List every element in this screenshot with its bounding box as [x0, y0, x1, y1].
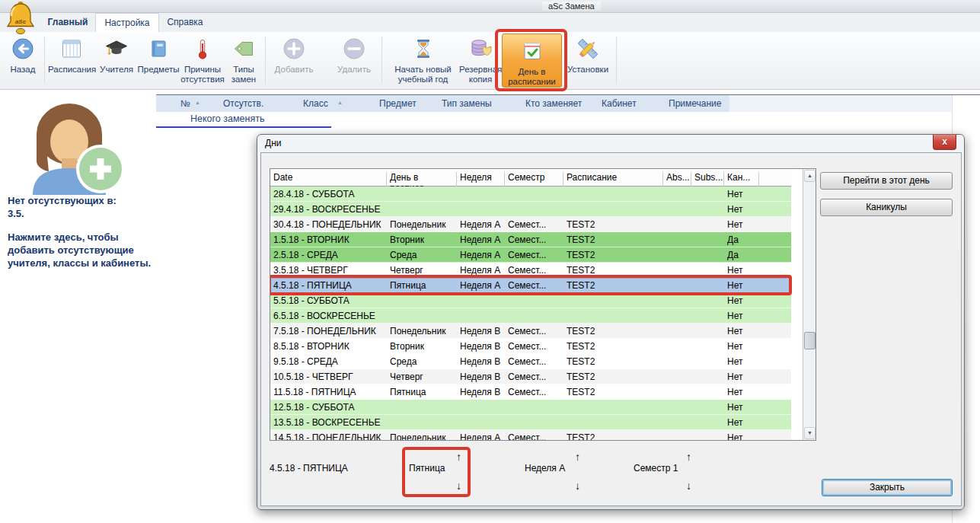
- add-absents-avatar[interactable]: [21, 100, 128, 196]
- table-row[interactable]: 9.5.18 - СРЕДА Среда Неделя B Семест... …: [270, 354, 791, 369]
- cell-schedule: TEST2: [567, 326, 663, 336]
- teachers-button[interactable]: Учителя: [97, 35, 136, 75]
- cell-holidays: Нет: [727, 280, 759, 291]
- focused-row-underline: [156, 126, 331, 128]
- col-class[interactable]: Класс: [303, 98, 328, 109]
- table-row[interactable]: 7.5.18 - ПОНЕДЕЛЬНИК Понедельник Неделя …: [270, 324, 791, 339]
- col-schedule[interactable]: Расписание: [563, 172, 663, 187]
- tab-settings[interactable]: Настройка: [95, 13, 159, 32]
- subjects-button[interactable]: Предметы: [137, 35, 180, 75]
- week-spinner-up-icon[interactable]: ↑: [575, 451, 580, 462]
- table-row[interactable]: 10.5.18 - ЧЕТВЕРГ Четверг Неделя B Семес…: [270, 369, 791, 384]
- backup-icon: [459, 35, 502, 62]
- cell-schedule: TEST2: [567, 280, 663, 291]
- table-row[interactable]: 14.5.18 - ПОНЕДЕЛЬНИК Понедельник Неделя…: [270, 430, 791, 441]
- nobody-to-substitute-row[interactable]: Некого заменять: [190, 113, 264, 124]
- cell-day: Пятница: [390, 280, 457, 291]
- col-subject[interactable]: Предмет: [379, 98, 417, 109]
- table-row[interactable]: 4.5.18 - ПЯТНИЦА Пятница Неделя A Семест…: [270, 278, 791, 293]
- cell-holidays: Нет: [727, 387, 759, 397]
- cell-semester: Семест...: [508, 341, 563, 352]
- table-row[interactable]: 2.5.18 - СРЕДА Среда Неделя A Семест... …: [270, 247, 791, 263]
- absence-reasons-button[interactable]: Причины отсутствия: [180, 35, 225, 84]
- cell-date: 13.5.18 - ВОСКРЕСЕНЬЕ: [273, 417, 385, 428]
- tab-help[interactable]: Справка: [161, 13, 209, 32]
- scrollbar-thumb[interactable]: [804, 332, 816, 349]
- day-in-timetable-button[interactable]: День в расписании: [502, 33, 562, 88]
- cell-date: 5.5.18 - СУББОТА: [273, 295, 385, 306]
- holidays-button[interactable]: Каникулы: [820, 199, 953, 216]
- cell-day: Вторник: [390, 234, 457, 245]
- semester-spinner-up-icon[interactable]: ↑: [686, 451, 691, 462]
- new-school-year-button[interactable]: Начать новый учебный год: [386, 35, 460, 84]
- semester-spinner-value: Семестр 1: [634, 463, 678, 474]
- week-spinner-down-icon[interactable]: ↓: [575, 480, 580, 491]
- table-row[interactable]: 3.5.18 - ЧЕТВЕРГ Четверг Неделя A Семест…: [270, 263, 791, 278]
- window-title: aSc Замена: [542, 2, 601, 11]
- cell-day: Вторник: [390, 341, 457, 352]
- days-table-header: Date День в расписа... Неделя Семестр Ра…: [270, 169, 791, 187]
- settings-button[interactable]: Установки: [564, 35, 611, 75]
- col-number[interactable]: №: [180, 98, 190, 109]
- cell-schedule: TEST2: [567, 219, 663, 230]
- col-day-in-timetable[interactable]: День в расписа...: [387, 172, 457, 187]
- cell-semester: Семест...: [508, 265, 563, 276]
- col-absent[interactable]: Отсутств.: [223, 98, 263, 109]
- col-date[interactable]: Date: [270, 172, 387, 187]
- table-row[interactable]: 8.5.18 - ВТОРНИК Вторник Неделя B Семест…: [270, 339, 791, 354]
- day-spinner-down-icon[interactable]: ↓: [456, 480, 461, 491]
- day-spinner-up-icon[interactable]: ↑: [456, 451, 461, 462]
- table-row[interactable]: 12.5.18 - СУББОТА Нет: [270, 400, 791, 415]
- cell-week: Неделя B: [460, 341, 505, 352]
- days-table-scrollbar[interactable]: ▲ ▼: [803, 169, 816, 440]
- cell-date: 1.5.18 - ВТОРНИК: [273, 234, 385, 245]
- table-row[interactable]: 6.5.18 - ВОСКРЕСЕНЬЕ Нет: [270, 308, 791, 324]
- col-week[interactable]: Неделя: [457, 172, 505, 187]
- scroll-down-icon[interactable]: ▼: [804, 427, 816, 439]
- cell-date: 6.5.18 - ВОСКРЕСЕНЬЕ: [273, 311, 385, 321]
- add-absents-hint[interactable]: Нажмите здесь, чтобы добавить отсутствую…: [8, 231, 154, 269]
- back-button[interactable]: Назад: [5, 35, 41, 75]
- cell-day: Пятница: [390, 387, 457, 397]
- col-semester[interactable]: Семестр: [505, 172, 563, 187]
- backup-button[interactable]: Резервная копия: [459, 35, 502, 84]
- col-abs[interactable]: Abs...: [663, 172, 691, 187]
- col-room[interactable]: Кабинет: [602, 98, 637, 109]
- table-row[interactable]: 5.5.18 - СУББОТА Нет: [270, 293, 791, 308]
- cell-day: Среда: [390, 356, 457, 367]
- asc-bell-logo-icon[interactable]: aSc: [5, 1, 37, 36]
- app-window: aSc Замена aSc Главный Настройка Справка: [0, 0, 980, 523]
- table-row[interactable]: 13.5.18 - ВОСКРЕСЕНЬЕ Нет: [270, 415, 791, 430]
- cell-day: Среда: [390, 250, 457, 260]
- col-holidays[interactable]: Кан...: [724, 172, 759, 187]
- semester-spinner-down-icon[interactable]: ↓: [686, 480, 691, 491]
- col-note[interactable]: Примечание: [669, 98, 721, 109]
- cell-holidays: Нет: [727, 326, 759, 336]
- table-row[interactable]: 30.4.18 - ПОНЕДЕЛЬНИК Понедельник Неделя…: [270, 217, 791, 232]
- cell-week: Неделя B: [460, 387, 505, 397]
- tab-main[interactable]: Главный: [42, 13, 94, 32]
- table-row[interactable]: 1.5.18 - ВТОРНИК Вторник Неделя A Семест…: [270, 232, 791, 247]
- col-subs[interactable]: Subs...: [691, 172, 724, 187]
- table-row[interactable]: 29.4.18 - ВОСКРЕСЕНЬЕ Нет: [270, 202, 791, 217]
- scroll-up-icon[interactable]: ▲: [804, 170, 816, 182]
- selected-date-label: 4.5.18 - ПЯТНИЦА: [270, 463, 348, 474]
- schedules-button[interactable]: Расписания: [48, 35, 95, 75]
- table-row[interactable]: 28.4.18 - СУББОТА Нет: [270, 187, 791, 202]
- cell-week: Неделя A: [460, 280, 505, 291]
- close-button[interactable]: Закрыть: [822, 479, 953, 496]
- cell-date: 29.4.18 - ВОСКРЕСЕНЬЕ: [273, 204, 385, 215]
- table-row[interactable]: 11.5.18 - ПЯТНИЦА Пятница Неделя B Семес…: [270, 384, 791, 400]
- col-substitute[interactable]: Кто заменяет: [525, 98, 582, 109]
- goto-day-button[interactable]: Перейти в этот день: [820, 172, 953, 190]
- cell-day: Понедельник: [390, 219, 457, 230]
- dialog-close-icon[interactable]: x: [933, 135, 956, 150]
- substitution-types-button[interactable]: Типы замен: [225, 35, 262, 84]
- add-icon: [270, 35, 318, 62]
- cell-holidays: Нет: [727, 417, 759, 428]
- cell-day: Понедельник: [390, 326, 457, 336]
- cell-date: 2.5.18 - СРЕДА: [273, 250, 385, 260]
- cell-date: 28.4.18 - СУББОТА: [273, 189, 385, 199]
- col-substitution-type[interactable]: Тип замены: [442, 98, 492, 109]
- cell-week: Неделя A: [460, 234, 505, 245]
